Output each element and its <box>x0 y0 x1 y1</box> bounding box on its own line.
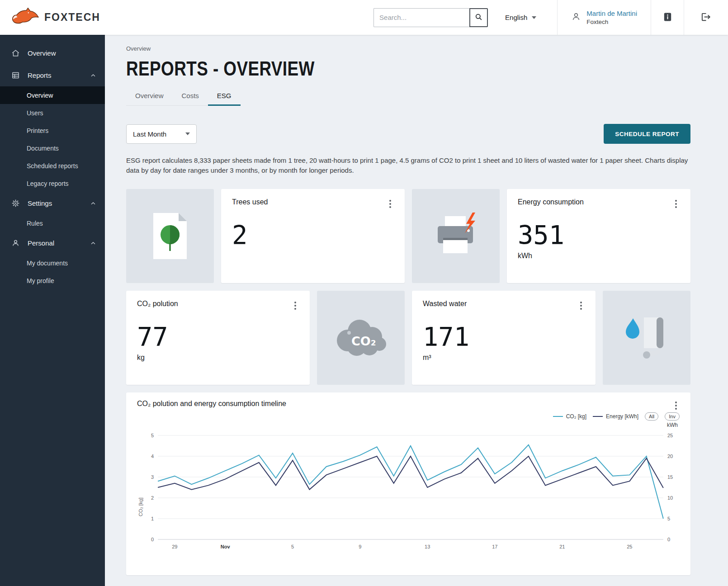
esg-description: ESG report calculates 8,333 paper sheets… <box>126 156 690 175</box>
card-title: Wasted water <box>423 300 467 308</box>
co2-polution-unit: kg <box>137 354 299 362</box>
wasted-water-card: Wasted water 171 m³ <box>412 291 596 385</box>
svg-text:15: 15 <box>667 474 673 480</box>
user-menu[interactable]: Martin de Martini Foxtech <box>557 0 651 35</box>
period-select[interactable]: Last Month <box>126 124 197 144</box>
svg-text:5: 5 <box>667 516 670 521</box>
legend-label: CO₂ [kg] <box>566 413 586 420</box>
sidebar-item-my-profile[interactable]: My profile <box>0 272 105 289</box>
logout-button[interactable] <box>684 0 728 35</box>
card-title: Energy consumption <box>518 198 584 206</box>
user-icon <box>571 12 581 24</box>
trees-used-value: 2 <box>232 222 394 248</box>
right-axis-label: kWh <box>137 422 678 429</box>
sidebar-item-label: Users <box>27 109 43 117</box>
sidebar-item-label: Overview <box>27 92 53 99</box>
svg-text:25: 25 <box>627 544 632 549</box>
trees-used-card: Trees used 2 <box>221 189 405 283</box>
breadcrumb[interactable]: Overview <box>126 45 690 52</box>
sidebar-item-overview[interactable]: Overview <box>0 42 105 64</box>
co2-cloud-text: CO₂ <box>351 334 376 348</box>
co2-cloud-illustration: CO₂ <box>317 291 405 385</box>
kebab-menu-icon[interactable] <box>672 198 680 210</box>
sidebar-item-reports-overview[interactable]: Overview <box>0 86 105 104</box>
svg-text:17: 17 <box>492 544 497 549</box>
stats-row-1: Trees used 2 Energy consumptio <box>126 189 690 283</box>
search-icon <box>474 13 483 23</box>
tab-esg[interactable]: ESG <box>208 87 241 106</box>
tab-overview[interactable]: Overview <box>126 87 173 106</box>
energy-consumption-value: 351 <box>518 222 680 248</box>
sidebar-item-label: Reports <box>28 71 52 79</box>
timeline-chart-card: CO₂ polution and energy consumption time… <box>126 392 690 575</box>
all-button[interactable]: All <box>645 412 658 421</box>
sidebar-item-label: Overview <box>28 49 56 57</box>
chevron-up-icon <box>90 200 97 207</box>
search-input[interactable] <box>373 8 469 27</box>
card-title: CO₂ polution <box>137 300 178 308</box>
app-header: FOXTECH English Martin de Martini Foxtec… <box>0 0 728 35</box>
kebab-menu-icon[interactable] <box>292 300 299 312</box>
kebab-menu-icon[interactable] <box>672 400 680 411</box>
legend-swatch-co2 <box>553 416 563 417</box>
svg-text:29: 29 <box>172 544 177 549</box>
wasted-water-unit: m³ <box>423 354 585 362</box>
sidebar-item-printers[interactable]: Printers <box>0 122 105 139</box>
chart-title: CO₂ polution and energy consumption time… <box>137 400 286 408</box>
sidebar-item-label: Scheduled reports <box>27 162 78 170</box>
sidebar-item-label: Printers <box>27 127 48 134</box>
sidebar-item-scheduled-reports[interactable]: Scheduled reports <box>0 157 105 175</box>
svg-text:3: 3 <box>151 474 154 480</box>
legend-energy: Energy [kWh] <box>593 413 638 420</box>
tab-costs[interactable]: Costs <box>173 87 208 106</box>
period-select-value: Last Month <box>133 130 166 138</box>
kebab-menu-icon[interactable] <box>387 198 394 210</box>
caret-down-icon <box>185 132 190 135</box>
chevron-up-icon <box>90 240 97 247</box>
search-button[interactable] <box>469 8 488 27</box>
svg-text:5: 5 <box>291 544 294 549</box>
controls-row: Last Month SCHEDULE REPORT <box>126 124 690 144</box>
chart-plot-area: CO₂ [kg] 012345051015202529Nov5913172125 <box>137 429 680 564</box>
kebab-menu-icon[interactable] <box>577 300 585 312</box>
legend-swatch-energy <box>593 416 603 417</box>
fox-logo-icon <box>11 7 40 28</box>
sidebar-item-reports[interactable]: Reports <box>0 64 105 86</box>
sidebar-item-label: My documents <box>27 260 68 267</box>
sidebar-item-documents[interactable]: Documents <box>0 139 105 157</box>
manual-button[interactable] <box>651 0 684 35</box>
svg-text:25: 25 <box>667 433 673 438</box>
sidebar-item-settings[interactable]: Settings <box>0 192 105 214</box>
svg-text:Nov: Nov <box>221 544 231 549</box>
timeline-chart: 012345051015202529Nov5913172125 <box>144 429 680 564</box>
schedule-report-button[interactable]: SCHEDULE REPORT <box>604 124 690 144</box>
svg-text:20: 20 <box>667 454 673 459</box>
water-roll-illustration <box>603 291 690 385</box>
tree-paper-illustration <box>126 189 214 283</box>
chart-legend: CO₂ [kg] Energy [kWh] All Inv <box>137 411 680 421</box>
sidebar-item-my-documents[interactable]: My documents <box>0 254 105 272</box>
page-title: REPORTS - OVERVIEW <box>126 57 589 80</box>
left-axis-label: CO₂ [kg] <box>137 429 144 564</box>
sidebar-item-personal[interactable]: Personal <box>0 232 105 254</box>
svg-text:0: 0 <box>667 537 670 542</box>
manual-icon <box>662 12 673 24</box>
card-title: Trees used <box>232 198 268 206</box>
header-search <box>373 0 488 35</box>
sidebar-item-label: Legacy reports <box>27 180 69 187</box>
sidebar-item-rules[interactable]: Rules <box>0 214 105 232</box>
logout-icon <box>701 12 711 24</box>
co2-polution-value: 77 <box>137 324 299 350</box>
user-org: Foxtech <box>586 19 637 25</box>
language-label: English <box>505 14 527 21</box>
reports-icon <box>11 71 20 80</box>
trees-used-unit <box>232 252 394 260</box>
svg-text:9: 9 <box>359 544 361 549</box>
sidebar-item-label: Documents <box>27 145 59 152</box>
energy-consumption-unit: kWh <box>518 252 680 260</box>
language-selector[interactable]: English <box>505 0 536 35</box>
brand-logo[interactable]: FOXTECH <box>0 0 118 35</box>
sidebar-item-legacy-reports[interactable]: Legacy reports <box>0 175 105 192</box>
sidebar-item-users[interactable]: Users <box>0 104 105 122</box>
inv-button[interactable]: Inv <box>665 412 680 421</box>
